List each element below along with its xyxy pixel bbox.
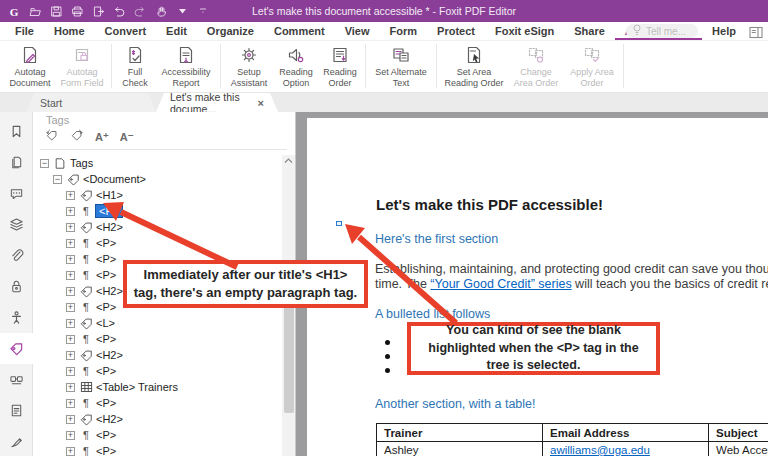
doc-text: will teach you the basics of credit repo… (572, 277, 768, 291)
tab-current-document[interactable]: Let's make this docume... × (156, 93, 278, 112)
tree-item[interactable]: +<H2> (33, 347, 282, 363)
tree-expander-icon[interactable]: + (66, 207, 75, 216)
sidebar-fields-icon[interactable] (0, 395, 33, 426)
sidebar-tags-icon[interactable] (0, 333, 33, 364)
ribbon-button-set-area-reading-order[interactable]: Set Area Reading Order (440, 41, 508, 89)
menu-item-comment[interactable]: Comment (264, 22, 335, 40)
table-cell: Ashley (377, 442, 543, 456)
tree-expander-icon[interactable]: + (66, 431, 75, 440)
tree-expander-icon[interactable]: + (66, 447, 75, 456)
menu-item-form[interactable]: Form (380, 22, 428, 40)
tree-item[interactable]: +¶<P> (33, 363, 282, 379)
tree-expander-icon[interactable]: + (66, 399, 75, 408)
menu-item-share[interactable]: Share (564, 22, 615, 40)
tree-item[interactable]: +<L> (33, 315, 282, 331)
ribbon-button-reading-option[interactable]: Reading Option (274, 41, 318, 89)
tree-item[interactable]: −Tags (33, 155, 282, 171)
menu-item-view[interactable]: View (335, 22, 380, 40)
close-icon[interactable]: × (258, 97, 264, 109)
ribbon-button-accessibility-report[interactable]: Accessibility Report (155, 41, 217, 89)
font-decrease-icon[interactable]: A⁻ (120, 131, 134, 144)
tab-start[interactable]: Start (26, 93, 156, 112)
ribbon-button-set-alternate-text[interactable]: Set Alternate Text (369, 41, 433, 89)
sidebar-pages-icon[interactable] (0, 147, 33, 178)
tree-expander-icon[interactable]: + (66, 191, 75, 200)
tree-item[interactable]: +<Table> Trainers (33, 379, 282, 395)
panel-toggle-icon[interactable] (749, 25, 763, 38)
tree-expander-icon[interactable]: + (66, 223, 75, 232)
menu-item-help[interactable]: Help (702, 22, 746, 40)
print-icon[interactable] (70, 4, 84, 18)
sidebar-destinations-icon[interactable] (0, 364, 33, 395)
tree-expander-icon[interactable]: + (66, 367, 75, 376)
svg-text:G: G (9, 5, 18, 17)
expand-tag-icon[interactable] (70, 128, 84, 146)
redo-icon[interactable] (133, 4, 147, 18)
hand-tool-icon[interactable] (154, 4, 168, 18)
table-header-cell: Subject (709, 424, 768, 442)
ribbon-button-reading-order[interactable]: Reading Order (318, 41, 362, 89)
customize-icon[interactable] (196, 4, 210, 18)
ribbon-button-setup-assistant[interactable]: Setup Assistant (224, 41, 274, 89)
tree-item[interactable]: +¶<P> (33, 395, 282, 411)
doc-paragraph-line: Establishing, maintaining, and protectin… (375, 262, 768, 276)
tell-me-search[interactable]: Tell me... (626, 24, 698, 38)
save-icon[interactable] (49, 4, 63, 18)
caret-down-icon[interactable] (175, 4, 189, 18)
collapse-tag-icon[interactable] (45, 128, 59, 146)
scroll-up-icon[interactable] (282, 158, 295, 164)
tree-expander-icon[interactable]: + (66, 271, 75, 280)
tree-item[interactable]: +<H1> (33, 187, 282, 203)
sidebar-security-icon[interactable] (0, 271, 33, 302)
tree-expander-icon[interactable]: + (66, 351, 75, 360)
tree-item[interactable]: +¶<P> (33, 427, 282, 443)
tree-expander-icon[interactable]: + (66, 319, 75, 328)
sidebar-bookmark-icon[interactable] (0, 116, 33, 147)
sidebar-accessibility-icon[interactable] (0, 302, 33, 333)
menu-item-file[interactable]: File (5, 22, 44, 40)
menu-item-organize[interactable]: Organize (197, 22, 264, 40)
tree-expander-icon[interactable]: + (66, 287, 75, 296)
tree-item[interactable]: +¶<P> (33, 443, 282, 456)
tree-expander-icon[interactable]: + (66, 239, 75, 248)
doc-hyperlink[interactable]: “Your Good Credit” series (430, 277, 571, 291)
tree-expander-icon[interactable]: + (66, 255, 75, 264)
tree-expander-icon[interactable]: + (66, 415, 75, 424)
menu-item-foxit-esign[interactable]: Foxit eSign (485, 22, 564, 40)
tree-item[interactable]: +¶<P> (33, 203, 282, 219)
sidebar-layers-icon[interactable] (0, 209, 33, 240)
tree-item[interactable]: +<H2> (33, 411, 282, 427)
tree-expander-icon[interactable]: − (53, 175, 62, 184)
ribbon-button-label: Apply Area Order (570, 67, 614, 89)
menu-item-protect[interactable]: Protect (427, 22, 485, 40)
sidebar-signature-icon[interactable] (0, 426, 33, 456)
scrollbar-thumb[interactable] (284, 300, 294, 413)
tree-item-label: <H1> (96, 189, 123, 201)
tree-item[interactable]: +¶<P> (33, 331, 282, 347)
tree-item[interactable]: −<Document> (33, 171, 282, 187)
tree-expander-icon[interactable]: + (66, 335, 75, 344)
divider (111, 44, 112, 88)
ribbon-button-label: Setup Assistant (231, 67, 268, 89)
table-header-cell: Email Address (543, 424, 709, 442)
menu-item-convert[interactable]: Convert (95, 22, 157, 40)
open-folder-icon[interactable] (28, 4, 42, 18)
tree-expander-icon[interactable]: + (66, 303, 75, 312)
ribbon-button-autotag-document[interactable]: Autotag Document (4, 41, 56, 89)
menu-item-home[interactable]: Home (44, 22, 95, 40)
font-increase-icon[interactable]: A⁺ (95, 131, 109, 144)
tree-item[interactable]: +<H2> (33, 219, 282, 235)
doc-hyperlink[interactable]: awilliams@uga.edu (550, 444, 650, 456)
export-page-icon[interactable] (91, 4, 105, 18)
sidebar-comments-icon[interactable] (0, 178, 33, 209)
undo-icon[interactable] (112, 4, 126, 18)
tree-expander-icon[interactable]: − (40, 159, 49, 168)
ribbon-button-full-check[interactable]: Full Check (115, 41, 155, 89)
pdf-page[interactable]: Let's make this PDF accessible! Here's t… (307, 118, 768, 456)
menu-item-edit[interactable]: Edit (156, 22, 197, 40)
tree-item-label: <H2> (96, 413, 123, 425)
divider (220, 44, 221, 88)
tree-expander-icon[interactable]: + (66, 383, 75, 392)
sidebar-attachments-icon[interactable] (0, 240, 33, 271)
tree-item[interactable]: +¶<P> (33, 235, 282, 251)
